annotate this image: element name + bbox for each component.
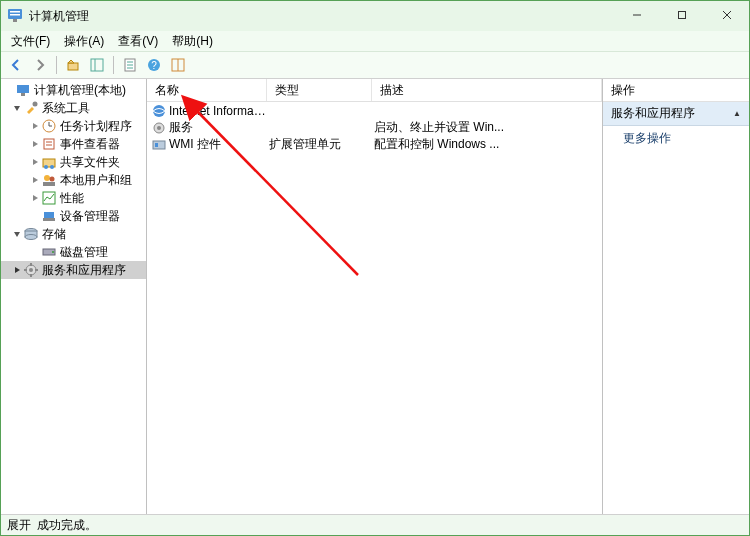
actions-section-label: 服务和应用程序 xyxy=(611,105,695,122)
tree-services-apps[interactable]: 服务和应用程序 xyxy=(1,261,146,279)
status-text: 成功完成。 xyxy=(37,517,97,534)
menu-file[interactable]: 文件(F) xyxy=(5,31,56,52)
menu-help[interactable]: 帮助(H) xyxy=(166,31,219,52)
tree-label: 系统工具 xyxy=(42,100,90,117)
app-icon xyxy=(7,7,23,26)
tree-label: 事件查看器 xyxy=(60,136,120,153)
gear-icon xyxy=(151,120,167,136)
expand-icon[interactable] xyxy=(29,192,41,204)
minimize-button[interactable] xyxy=(614,1,659,29)
svg-rect-3 xyxy=(13,19,17,22)
tree-event-viewer[interactable]: 事件查看器 xyxy=(1,135,146,153)
list-body[interactable]: Internet Information... 服务 启动、终止并设置 Win.… xyxy=(147,102,602,514)
svg-rect-44 xyxy=(30,263,32,266)
cell-type: 扩展管理单元 xyxy=(269,136,374,153)
list-pane: 名称 类型 描述 Internet Information... 服务 启动、终… xyxy=(147,79,603,514)
forward-button[interactable] xyxy=(29,54,51,76)
caret-up-icon: ▲ xyxy=(733,109,741,118)
svg-rect-51 xyxy=(153,141,165,149)
column-type[interactable]: 类型 xyxy=(267,79,372,101)
list-row-services[interactable]: 服务 启动、终止并设置 Win... xyxy=(147,119,602,136)
svg-point-50 xyxy=(157,126,161,130)
column-desc[interactable]: 描述 xyxy=(372,79,602,101)
disk-icon xyxy=(41,244,57,260)
svg-rect-35 xyxy=(44,212,54,218)
tree-shared-folders[interactable]: 共享文件夹 xyxy=(1,153,146,171)
toolbar: ? xyxy=(1,51,749,79)
menu-action[interactable]: 操作(A) xyxy=(58,31,110,52)
clock-icon xyxy=(41,118,57,134)
services-icon xyxy=(23,262,39,278)
svg-rect-2 xyxy=(10,14,20,16)
svg-rect-1 xyxy=(10,11,20,13)
help-button[interactable]: ? xyxy=(143,54,165,76)
svg-rect-46 xyxy=(24,269,27,271)
list-row-iis[interactable]: Internet Information... xyxy=(147,102,602,119)
svg-point-32 xyxy=(50,177,55,182)
svg-rect-36 xyxy=(43,218,55,221)
svg-point-31 xyxy=(44,175,50,181)
up-button[interactable] xyxy=(62,54,84,76)
tree-label: 设备管理器 xyxy=(60,208,120,225)
body: 计算机管理(本地) 系统工具 任务计划程序 事件查看器 xyxy=(1,79,749,514)
tree-root[interactable]: 计算机管理(本地) xyxy=(1,81,146,99)
collapse-icon[interactable] xyxy=(11,228,23,240)
tree-root-label: 计算机管理(本地) xyxy=(34,82,126,99)
wmi-icon xyxy=(151,137,167,153)
cell-name: Internet Information... xyxy=(169,104,269,118)
performance-icon xyxy=(41,190,57,206)
actions-section[interactable]: 服务和应用程序 ▲ xyxy=(603,102,749,126)
back-button[interactable] xyxy=(5,54,27,76)
svg-point-30 xyxy=(50,165,54,169)
menubar: 文件(F) 操作(A) 查看(V) 帮助(H) xyxy=(1,31,749,51)
users-icon xyxy=(41,172,57,188)
tree-task-scheduler[interactable]: 任务计划程序 xyxy=(1,117,146,135)
computer-icon xyxy=(15,82,31,98)
cell-desc: 配置和控制 Windows ... xyxy=(374,136,602,153)
tree-performance[interactable]: 性能 xyxy=(1,189,146,207)
properties-button[interactable] xyxy=(119,54,141,76)
expand-icon[interactable] xyxy=(29,138,41,150)
svg-rect-45 xyxy=(30,274,32,277)
maximize-button[interactable] xyxy=(659,1,704,29)
tree-pane[interactable]: 计算机管理(本地) 系统工具 任务计划程序 事件查看器 xyxy=(1,79,147,514)
iis-icon xyxy=(151,103,167,119)
svg-point-48 xyxy=(153,105,165,117)
expand-icon[interactable] xyxy=(11,264,23,276)
expand-icon[interactable] xyxy=(29,120,41,132)
list-row-wmi[interactable]: WMI 控件 扩展管理单元 配置和控制 Windows ... xyxy=(147,136,602,153)
tree-device-manager[interactable]: 设备管理器 xyxy=(1,207,146,225)
tree-local-users[interactable]: 本地用户和组 xyxy=(1,171,146,189)
storage-icon xyxy=(23,226,39,242)
event-icon xyxy=(41,136,57,152)
tree-label: 共享文件夹 xyxy=(60,154,120,171)
toolbar-separator xyxy=(113,56,114,74)
tree-system-tools[interactable]: 系统工具 xyxy=(1,99,146,117)
tools-icon xyxy=(23,100,39,116)
tree-disk-management[interactable]: 磁盘管理 xyxy=(1,243,146,261)
svg-point-39 xyxy=(25,235,37,240)
actions-title: 操作 xyxy=(603,79,749,102)
menu-view[interactable]: 查看(V) xyxy=(112,31,164,52)
refresh-button[interactable] xyxy=(167,54,189,76)
statusbar: 展开 成功完成。 xyxy=(1,514,749,535)
tree-storage[interactable]: 存储 xyxy=(1,225,146,243)
collapse-icon[interactable] xyxy=(11,102,23,114)
tree-label: 服务和应用程序 xyxy=(42,262,126,279)
tree-label: 磁盘管理 xyxy=(60,244,108,261)
close-button[interactable] xyxy=(704,1,749,29)
titlebar: 计算机管理 xyxy=(1,1,749,31)
svg-rect-33 xyxy=(43,182,55,186)
svg-rect-8 xyxy=(68,63,78,70)
toolbar-separator xyxy=(56,56,57,74)
expand-icon[interactable] xyxy=(29,156,41,168)
svg-rect-20 xyxy=(21,93,25,96)
expand-icon[interactable] xyxy=(29,174,41,186)
show-hide-tree-button[interactable] xyxy=(86,54,108,76)
cell-name: 服务 xyxy=(169,119,269,136)
svg-rect-52 xyxy=(155,143,158,147)
action-more[interactable]: 更多操作 xyxy=(603,126,749,151)
svg-point-29 xyxy=(44,165,48,169)
column-name[interactable]: 名称 xyxy=(147,79,267,101)
svg-rect-25 xyxy=(44,139,54,149)
